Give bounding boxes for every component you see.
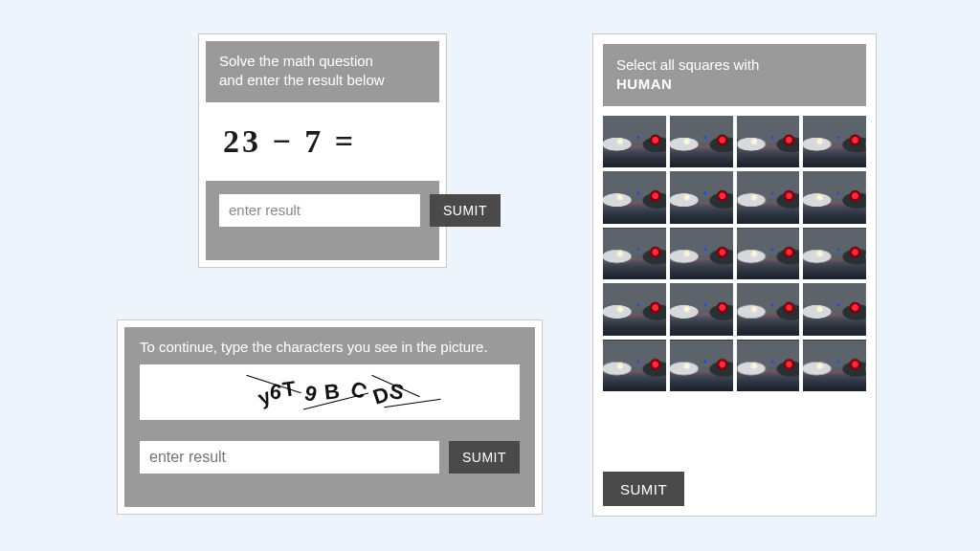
image-captcha-tile[interactable] [803, 171, 866, 224]
image-captcha-tile[interactable] [803, 116, 866, 168]
image-captcha-tile[interactable] [737, 340, 800, 392]
prompt-line: and enter the result below [219, 72, 385, 88]
image-captcha-tile[interactable] [670, 171, 733, 224]
math-captcha-prompt: Solve the math question and enter the re… [206, 41, 439, 102]
image-captcha-tile[interactable] [603, 283, 666, 336]
image-captcha-tile[interactable] [803, 283, 866, 336]
image-captcha-header: Select all squares with HUMAN [603, 44, 866, 106]
text-result-input[interactable] [140, 441, 439, 474]
image-captcha-tile[interactable] [603, 116, 666, 168]
text-captcha-body: To continue, type the characters you see… [124, 327, 535, 507]
image-captcha-tile[interactable] [603, 340, 666, 392]
image-captcha-target: HUMAN [616, 76, 672, 92]
captcha-glyph: C [347, 376, 370, 405]
math-result-input[interactable] [219, 194, 420, 227]
image-captcha-tile[interactable] [803, 340, 866, 392]
image-captcha-tile[interactable] [737, 116, 800, 168]
text-captcha-prompt: To continue, type the characters you see… [140, 339, 520, 355]
text-captcha-input-row: SUMIT [140, 441, 520, 474]
image-captcha-tile[interactable] [670, 116, 733, 168]
math-captcha-body: Solve the math question and enter the re… [206, 41, 439, 260]
image-captcha-tile[interactable] [737, 228, 800, 280]
image-captcha-tile[interactable] [670, 228, 733, 280]
image-captcha-card: Select all squares with HUMAN SUMIT [592, 33, 877, 517]
image-captcha-tile[interactable] [803, 228, 866, 280]
math-captcha-input-row: SUMIT [206, 181, 439, 240]
text-submit-button[interactable]: SUMIT [449, 441, 520, 474]
image-captcha-tile[interactable] [670, 283, 733, 336]
image-captcha-grid [603, 116, 866, 392]
math-captcha-card: Solve the math question and enter the re… [198, 33, 447, 268]
text-captcha-card: To continue, type the characters you see… [117, 320, 543, 515]
math-captcha-equation: 23 − 7 = [206, 102, 439, 181]
captcha-glyph: 9 [301, 381, 319, 408]
image-submit-button[interactable]: SUMIT [603, 472, 684, 506]
text-captcha-image: y 6 T 9 B C D S [140, 364, 520, 420]
math-submit-button[interactable]: SUMIT [430, 194, 501, 227]
image-captcha-tile[interactable] [737, 171, 800, 224]
image-captcha-footer: SUMIT [603, 458, 866, 506]
prompt-line: Solve the math question [219, 53, 373, 69]
image-captcha-prompt-prefix: Select all squares with [616, 56, 759, 73]
image-captcha-tile[interactable] [737, 283, 800, 336]
image-captcha-tile[interactable] [603, 228, 666, 280]
image-captcha-tile[interactable] [670, 340, 733, 392]
image-captcha-tile[interactable] [603, 171, 666, 224]
